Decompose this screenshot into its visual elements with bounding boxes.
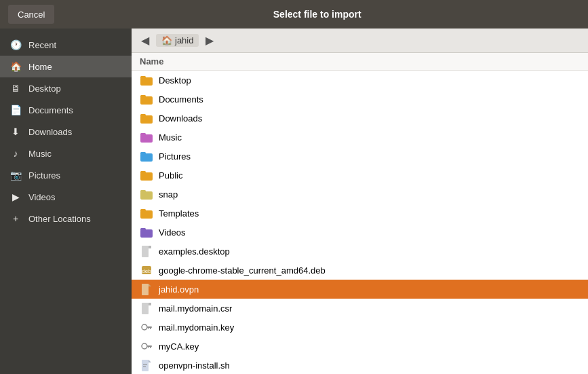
svg-rect-13 [140, 190, 146, 193]
svg-rect-5 [140, 114, 146, 117]
file-name: Documents [159, 94, 203, 105]
svg-rect-31 [149, 327, 150, 329]
cancel-button[interactable]: Cancel [8, 5, 54, 24]
path-segment-label: jahid [175, 35, 193, 45]
file-icon-key [140, 320, 153, 334]
music-icon: ♪ [9, 147, 22, 160]
file-row[interactable]: jahid.ovpn [132, 280, 588, 299]
videos-icon: ▶ [9, 191, 22, 203]
svg-rect-18 [142, 246, 149, 257]
home-icon: 🏠 [161, 35, 172, 45]
file-name: Downloads [159, 113, 202, 124]
file-icon-folder-music [140, 130, 153, 144]
file-row[interactable]: mail.mydomain.key [132, 318, 588, 337]
sidebar-item-desktop[interactable]: 🖥 Desktop [0, 77, 132, 99]
svg-rect-7 [140, 133, 146, 136]
other-icon: + [9, 212, 22, 225]
file-row[interactable]: Templates [132, 204, 588, 223]
sidebar-label-downloads: Downloads [28, 127, 72, 137]
sidebar-label-other: Other Locations [28, 214, 91, 224]
pictures-icon: 📷 [9, 169, 22, 181]
file-icon-folder-pictures [140, 149, 153, 163]
sidebar-item-videos[interactable]: ▶ Videos [0, 186, 132, 208]
svg-rect-34 [150, 346, 151, 348]
svg-rect-25 [142, 303, 149, 314]
forward-button[interactable]: ▶ [201, 33, 218, 49]
sidebar: 🕐 Recent 🏠 Home 🖥 Desktop 📄 Documents ⬇ … [0, 29, 132, 374]
file-row[interactable]: snap [132, 185, 588, 204]
file-icon-deb: deb [140, 263, 153, 277]
file-row[interactable]: Desktop [132, 71, 588, 90]
documents-icon: 📄 [9, 104, 22, 116]
svg-rect-35 [149, 346, 150, 348]
file-name: Videos [159, 227, 186, 238]
svg-rect-3 [140, 95, 146, 98]
svg-rect-36 [142, 360, 149, 371]
file-name: Desktop [159, 75, 191, 86]
file-icon-folder-snap [140, 187, 153, 201]
path-bar: ◀ 🏠 jahid ▶ [132, 29, 588, 53]
file-icon-script [140, 358, 153, 372]
sidebar-label-documents: Documents [28, 105, 73, 115]
sidebar-item-other[interactable]: + Other Locations [0, 208, 132, 229]
svg-rect-20 [149, 246, 151, 248]
sidebar-label-recent: Recent [28, 40, 56, 50]
file-icon-folder [140, 111, 153, 125]
svg-rect-27 [149, 303, 151, 305]
sidebar-item-home[interactable]: 🏠 Home [0, 56, 132, 77]
file-name: examples.desktop [159, 246, 230, 257]
file-name: mail.mydomain.csr [159, 303, 232, 314]
sidebar-item-documents[interactable]: 📄 Documents [0, 99, 132, 121]
file-list: DesktopDocumentsDownloadsMusicPicturesPu… [132, 71, 588, 374]
svg-rect-23 [142, 284, 149, 295]
file-name: google-chrome-stable_current_amd64.deb [159, 265, 326, 276]
file-icon-folder-videos [140, 225, 153, 239]
sidebar-label-videos: Videos [28, 192, 56, 202]
file-icon-ovpn [140, 282, 153, 296]
sidebar-item-recent[interactable]: 🕐 Recent [0, 34, 132, 56]
svg-text:deb: deb [142, 268, 151, 274]
file-row[interactable]: Music [132, 128, 588, 147]
back-button[interactable]: ◀ [137, 33, 153, 49]
svg-rect-33 [147, 345, 152, 347]
file-row[interactable]: Pictures [132, 147, 588, 166]
file-row[interactable]: examples.desktop [132, 242, 588, 261]
downloads-icon: ⬇ [9, 126, 22, 138]
file-icon-folder [140, 92, 153, 106]
file-row[interactable]: mail.mydomain.csr [132, 299, 588, 318]
sidebar-label-home: Home [28, 62, 52, 72]
path-segment-home[interactable]: 🏠 jahid [156, 34, 199, 47]
sidebar-label-music: Music [28, 149, 52, 159]
file-icon-file [140, 244, 153, 258]
file-row[interactable]: myCA.key [132, 337, 588, 356]
main-content: 🕐 Recent 🏠 Home 🖥 Desktop 📄 Documents ⬇ … [0, 29, 588, 374]
file-row[interactable]: Documents [132, 90, 588, 109]
dialog-title: Select file to import [54, 9, 580, 20]
file-row[interactable]: openvpn-install.sh [132, 356, 588, 374]
desktop-icon: 🖥 [9, 82, 22, 94]
svg-rect-15 [140, 209, 146, 212]
file-icon-key [140, 339, 153, 353]
file-name: openvpn-install.sh [159, 360, 230, 371]
file-icon-folder-public [140, 168, 153, 182]
file-row[interactable]: Downloads [132, 109, 588, 128]
file-name: Pictures [159, 151, 191, 162]
file-name: jahid.ovpn [159, 284, 199, 295]
file-row[interactable]: Videos [132, 223, 588, 242]
sidebar-item-downloads[interactable]: ⬇ Downloads [0, 121, 132, 143]
sidebar-item-music[interactable]: ♪ Music [0, 143, 132, 164]
file-icon-folder [140, 73, 153, 87]
sidebar-item-pictures[interactable]: 📷 Pictures [0, 164, 132, 186]
file-row[interactable]: Public [132, 166, 588, 185]
sidebar-label-desktop: Desktop [28, 83, 61, 94]
file-name: Public [159, 170, 182, 181]
titlebar: Cancel Select file to import [0, 0, 588, 29]
file-row[interactable]: debgoogle-chrome-stable_current_amd64.de… [132, 261, 588, 280]
file-name: snap [159, 189, 178, 200]
sidebar-label-pictures: Pictures [28, 170, 60, 181]
file-icon-folder [140, 206, 153, 220]
column-header: Name [132, 53, 588, 71]
file-dialog: Cancel Select file to import 🕐 Recent 🏠 … [0, 0, 588, 374]
svg-rect-17 [140, 228, 146, 231]
svg-rect-1 [140, 76, 146, 79]
